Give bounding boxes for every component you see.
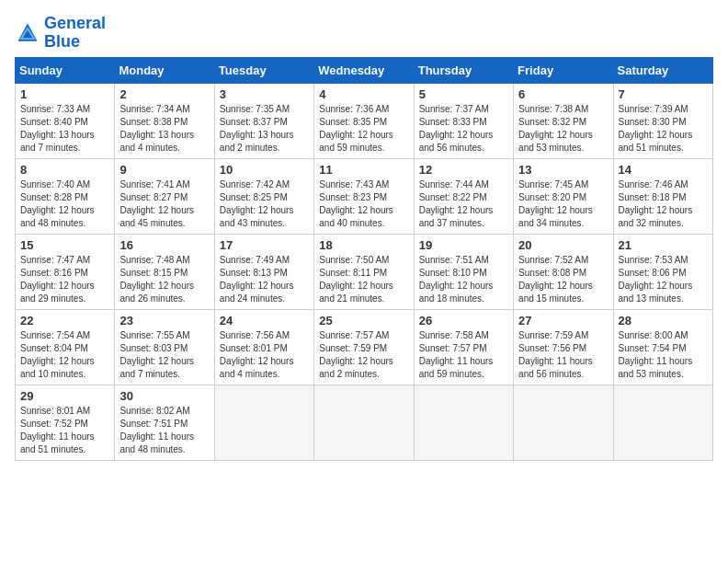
- week-row-4: 22Sunrise: 7:54 AMSunset: 8:04 PMDayligh…: [16, 309, 713, 385]
- day-number: 6: [518, 87, 608, 101]
- day-number: 27: [518, 314, 608, 327]
- day-number: 12: [419, 163, 508, 177]
- day-number: 24: [220, 314, 309, 327]
- calendar-cell: 19Sunrise: 7:51 AMSunset: 8:10 PMDayligh…: [414, 234, 513, 309]
- day-number: 5: [419, 87, 508, 101]
- calendar-cell: 18Sunrise: 7:50 AMSunset: 8:11 PMDayligh…: [314, 234, 414, 309]
- calendar-cell: 6Sunrise: 7:38 AMSunset: 8:32 PMDaylight…: [514, 83, 613, 158]
- cell-info: Sunrise: 7:40 AMSunset: 8:28 PMDaylight:…: [20, 178, 109, 230]
- cell-info: Sunrise: 8:00 AMSunset: 7:54 PMDaylight:…: [619, 329, 708, 381]
- col-header-friday: Friday: [514, 57, 613, 83]
- cell-info: Sunrise: 7:48 AMSunset: 8:15 PMDaylight:…: [119, 254, 209, 305]
- cell-info: Sunrise: 7:38 AMSunset: 8:32 PMDaylight:…: [518, 103, 608, 155]
- col-header-wednesday: Wednesday: [314, 57, 414, 83]
- cell-info: Sunrise: 7:58 AMSunset: 7:57 PMDaylight:…: [419, 329, 508, 381]
- calendar-cell: 1Sunrise: 7:33 AMSunset: 8:40 PMDaylight…: [16, 83, 115, 158]
- cell-info: Sunrise: 8:02 AMSunset: 7:51 PMDaylight:…: [119, 405, 209, 456]
- logo-text: GeneralBlue: [44, 15, 106, 52]
- calendar-cell: [314, 385, 414, 460]
- day-number: 16: [119, 238, 209, 252]
- cell-info: Sunrise: 7:46 AMSunset: 8:18 PMDaylight:…: [619, 178, 708, 230]
- cell-info: Sunrise: 7:34 AMSunset: 8:38 PMDaylight:…: [119, 103, 209, 155]
- calendar-cell: 29Sunrise: 8:01 AMSunset: 7:52 PMDayligh…: [16, 385, 115, 460]
- calendar-cell: 9Sunrise: 7:41 AMSunset: 8:27 PMDaylight…: [115, 158, 214, 234]
- day-number: 28: [619, 314, 708, 327]
- cell-info: Sunrise: 7:47 AMSunset: 8:16 PMDaylight:…: [20, 254, 109, 305]
- col-header-saturday: Saturday: [613, 57, 712, 83]
- cell-info: Sunrise: 7:49 AMSunset: 8:13 PMDaylight:…: [220, 254, 309, 305]
- page-header: GeneralBlue: [15, 15, 713, 52]
- calendar-cell: 17Sunrise: 7:49 AMSunset: 8:13 PMDayligh…: [214, 234, 313, 309]
- calendar-cell: 13Sunrise: 7:45 AMSunset: 8:20 PMDayligh…: [514, 158, 613, 234]
- calendar-cell: 7Sunrise: 7:39 AMSunset: 8:30 PMDaylight…: [613, 83, 712, 158]
- day-number: 11: [319, 163, 408, 177]
- cell-info: Sunrise: 7:42 AMSunset: 8:25 PMDaylight:…: [220, 178, 309, 230]
- logo-icon: [15, 20, 40, 46]
- day-number: 22: [20, 314, 109, 327]
- calendar-cell: 21Sunrise: 7:53 AMSunset: 8:06 PMDayligh…: [613, 234, 712, 309]
- calendar-cell: [514, 385, 613, 460]
- calendar-cell: 11Sunrise: 7:43 AMSunset: 8:23 PMDayligh…: [314, 158, 414, 234]
- cell-info: Sunrise: 7:41 AMSunset: 8:27 PMDaylight:…: [119, 178, 209, 230]
- week-row-3: 15Sunrise: 7:47 AMSunset: 8:16 PMDayligh…: [16, 234, 713, 309]
- calendar-cell: 12Sunrise: 7:44 AMSunset: 8:22 PMDayligh…: [414, 158, 513, 234]
- calendar-cell: 2Sunrise: 7:34 AMSunset: 8:38 PMDaylight…: [115, 83, 214, 158]
- day-number: 7: [619, 87, 708, 101]
- day-number: 29: [20, 389, 109, 403]
- week-row-2: 8Sunrise: 7:40 AMSunset: 8:28 PMDaylight…: [16, 158, 713, 234]
- calendar-cell: 25Sunrise: 7:57 AMSunset: 7:59 PMDayligh…: [314, 309, 414, 385]
- calendar-cell: 15Sunrise: 7:47 AMSunset: 8:16 PMDayligh…: [16, 234, 115, 309]
- day-number: 20: [518, 238, 608, 252]
- day-number: 23: [119, 314, 209, 327]
- cell-info: Sunrise: 7:51 AMSunset: 8:10 PMDaylight:…: [419, 254, 508, 305]
- day-number: 9: [119, 163, 209, 177]
- calendar-cell: 4Sunrise: 7:36 AMSunset: 8:35 PMDaylight…: [314, 83, 414, 158]
- day-number: 4: [319, 87, 408, 101]
- cell-info: Sunrise: 7:43 AMSunset: 8:23 PMDaylight:…: [319, 178, 408, 230]
- logo: GeneralBlue: [15, 15, 106, 52]
- cell-info: Sunrise: 7:39 AMSunset: 8:30 PMDaylight:…: [619, 103, 708, 155]
- calendar-cell: 10Sunrise: 7:42 AMSunset: 8:25 PMDayligh…: [214, 158, 313, 234]
- day-number: 13: [518, 163, 608, 177]
- col-header-monday: Monday: [115, 57, 214, 83]
- week-row-5: 29Sunrise: 8:01 AMSunset: 7:52 PMDayligh…: [16, 385, 713, 460]
- calendar-cell: 16Sunrise: 7:48 AMSunset: 8:15 PMDayligh…: [115, 234, 214, 309]
- day-number: 21: [619, 238, 708, 252]
- cell-info: Sunrise: 7:50 AMSunset: 8:11 PMDaylight:…: [319, 254, 408, 305]
- cell-info: Sunrise: 7:37 AMSunset: 8:33 PMDaylight:…: [419, 103, 508, 155]
- cell-info: Sunrise: 7:33 AMSunset: 8:40 PMDaylight:…: [20, 103, 109, 155]
- cell-info: Sunrise: 7:52 AMSunset: 8:08 PMDaylight:…: [518, 254, 608, 305]
- cell-info: Sunrise: 7:57 AMSunset: 7:59 PMDaylight:…: [319, 329, 408, 381]
- calendar-cell: 23Sunrise: 7:55 AMSunset: 8:03 PMDayligh…: [115, 309, 214, 385]
- day-number: 10: [220, 163, 309, 177]
- calendar-cell: 27Sunrise: 7:59 AMSunset: 7:56 PMDayligh…: [514, 309, 613, 385]
- day-number: 2: [119, 87, 209, 101]
- cell-info: Sunrise: 8:01 AMSunset: 7:52 PMDaylight:…: [20, 405, 109, 456]
- cell-info: Sunrise: 7:53 AMSunset: 8:06 PMDaylight:…: [619, 254, 708, 305]
- col-header-thursday: Thursday: [414, 57, 513, 83]
- day-number: 17: [220, 238, 309, 252]
- col-header-tuesday: Tuesday: [214, 57, 313, 83]
- calendar-cell: 24Sunrise: 7:56 AMSunset: 8:01 PMDayligh…: [214, 309, 313, 385]
- day-number: 8: [20, 163, 109, 177]
- calendar-cell: 20Sunrise: 7:52 AMSunset: 8:08 PMDayligh…: [514, 234, 613, 309]
- calendar-cell: 14Sunrise: 7:46 AMSunset: 8:18 PMDayligh…: [613, 158, 712, 234]
- day-number: 15: [20, 238, 109, 252]
- day-number: 14: [619, 163, 708, 177]
- cell-info: Sunrise: 7:36 AMSunset: 8:35 PMDaylight:…: [319, 103, 408, 155]
- calendar-cell: [414, 385, 513, 460]
- calendar-cell: 28Sunrise: 8:00 AMSunset: 7:54 PMDayligh…: [613, 309, 712, 385]
- week-row-1: 1Sunrise: 7:33 AMSunset: 8:40 PMDaylight…: [16, 83, 713, 158]
- calendar-table: SundayMondayTuesdayWednesdayThursdayFrid…: [15, 57, 713, 461]
- calendar-cell: 3Sunrise: 7:35 AMSunset: 8:37 PMDaylight…: [214, 83, 313, 158]
- day-number: 26: [419, 314, 508, 327]
- calendar-cell: 30Sunrise: 8:02 AMSunset: 7:51 PMDayligh…: [115, 385, 214, 460]
- calendar-cell: [613, 385, 712, 460]
- cell-info: Sunrise: 7:55 AMSunset: 8:03 PMDaylight:…: [119, 329, 209, 381]
- col-header-sunday: Sunday: [16, 57, 115, 83]
- day-number: 19: [419, 238, 508, 252]
- day-number: 3: [220, 87, 309, 101]
- calendar-cell: 5Sunrise: 7:37 AMSunset: 8:33 PMDaylight…: [414, 83, 513, 158]
- cell-info: Sunrise: 7:44 AMSunset: 8:22 PMDaylight:…: [419, 178, 508, 230]
- day-number: 30: [119, 389, 209, 403]
